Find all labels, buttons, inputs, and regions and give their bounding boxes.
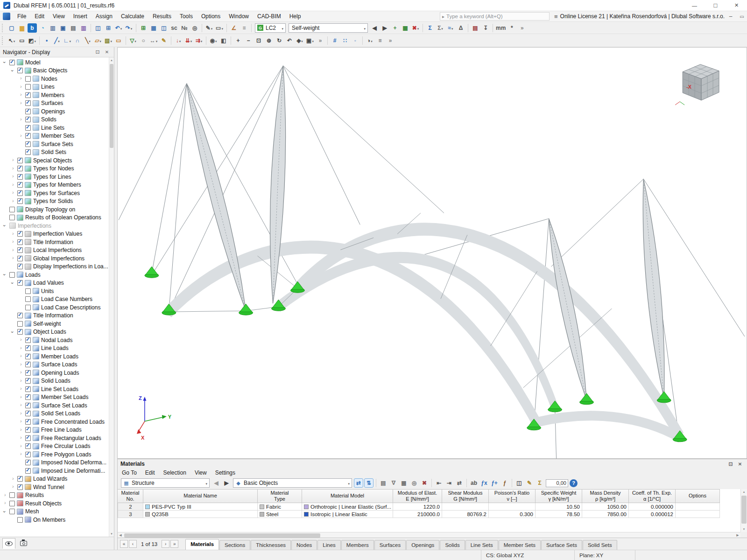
tree-item[interactable]: Free Line Loads (0, 426, 109, 434)
tree-expander-icon[interactable] (18, 402, 24, 408)
webservice-icon[interactable]: b (28, 23, 37, 33)
cell-mass-density[interactable]: 7850.00 (582, 511, 629, 518)
visibility-icon[interactable]: ◉ (209, 36, 218, 45)
import-table-icon[interactable]: ⇤ (434, 478, 444, 488)
select-pointer-icon[interactable]: ↖ (7, 36, 16, 45)
delete-results-icon[interactable]: ✖ (411, 23, 420, 33)
tree-checkbox[interactable] (25, 443, 31, 449)
tree-checkbox[interactable] (17, 182, 23, 188)
nodal-load-icon[interactable]: ↓ (174, 36, 183, 45)
printout-report-icon[interactable]: ▥ (79, 23, 88, 33)
tree-item[interactable]: Solids (0, 116, 109, 124)
table-rows-icon[interactable]: ▤ (379, 478, 388, 488)
first-table-button[interactable]: « (120, 540, 128, 548)
tree-checkbox[interactable] (25, 386, 31, 392)
tree-expander-icon[interactable] (18, 296, 24, 302)
tree-item[interactable]: Surface Set Loads (0, 401, 109, 410)
tree-item[interactable]: Title Information (0, 238, 109, 246)
sc-generator-icon[interactable]: sc (169, 23, 179, 33)
maximize-button[interactable] (705, 0, 726, 11)
tree-expander-icon[interactable] (10, 198, 16, 204)
tree-checkbox[interactable] (17, 174, 23, 180)
cell-options[interactable] (676, 511, 720, 518)
tree-item[interactable]: Solid Sets (0, 148, 109, 157)
minimize-button[interactable] (684, 0, 705, 11)
tree-item[interactable]: Title Information (0, 312, 109, 320)
cell-material-model[interactable]: Orthotropic | Linear Elastic (Surf... (302, 503, 393, 511)
draw-node-icon[interactable]: • (42, 36, 51, 45)
tree-expander-icon[interactable] (10, 239, 16, 245)
materials-menu-item[interactable]: Edit (141, 469, 159, 476)
tree-item[interactable]: Display Topology on (0, 205, 109, 214)
table-tab[interactable]: Solid Sets (583, 540, 617, 550)
tree-expander-icon[interactable] (10, 68, 16, 74)
materials-menu-item[interactable]: Go To (118, 469, 141, 476)
pan-view-icon[interactable]: ⊕ (264, 36, 274, 45)
tree-checkbox[interactable] (25, 296, 31, 302)
cell-specific-weight[interactable]: 10.50 (536, 503, 582, 511)
tree-item[interactable]: Mesh (0, 508, 109, 516)
surface-load-icon[interactable]: ⇉ (194, 36, 204, 45)
tree-item[interactable]: Free Concentrated Loads (0, 418, 109, 426)
bim-cloud-icon[interactable]: ◔ (38, 23, 47, 33)
cell-material-no[interactable]: 2 (118, 503, 143, 511)
tree-item[interactable]: Model (0, 58, 109, 67)
sync-view-icon[interactable]: ⇅ (364, 478, 374, 488)
tree-expander-icon[interactable] (18, 304, 24, 310)
export-icon[interactable]: ↧ (481, 23, 490, 33)
tree-item[interactable]: Types for Nodes (0, 165, 109, 173)
table-tab[interactable]: Sections (219, 540, 250, 550)
cell-material-type[interactable]: Fabric (258, 503, 302, 511)
table-tab[interactable]: Members (341, 540, 374, 550)
tree-item[interactable]: Self-weight (0, 320, 109, 328)
tree-checkbox[interactable] (25, 468, 31, 474)
tree-item[interactable]: Free Circular Loads (0, 442, 109, 451)
load-cases-settings-icon[interactable]: ▦ (401, 23, 410, 33)
tree-item[interactable]: Loads (0, 271, 109, 279)
tree-item[interactable]: Imposed Nodal Deforma... (0, 459, 109, 467)
tree-checkbox[interactable] (25, 84, 31, 90)
tree-checkbox[interactable] (17, 329, 23, 335)
tree-item[interactable]: Member Set Loads (0, 393, 109, 402)
tree-expander-icon[interactable] (18, 125, 24, 131)
tree-expander-icon[interactable] (18, 427, 24, 433)
tree-checkbox[interactable] (9, 272, 15, 278)
overflow-more-icon[interactable]: » (517, 23, 527, 33)
tree-item[interactable]: Types for Lines (0, 173, 109, 181)
tree-checkbox[interactable] (25, 354, 31, 359)
menu-item[interactable]: CAD-BIM (253, 11, 285, 21)
tree-checkbox[interactable] (25, 394, 31, 400)
layers-icon[interactable]: ≡ (240, 23, 249, 33)
menu-item[interactable]: Help (285, 11, 305, 21)
tree-item[interactable]: Line Loads (0, 344, 109, 353)
close-icon[interactable] (103, 49, 111, 56)
draw-opening-icon[interactable]: ▭ (114, 36, 123, 45)
tree-checkbox[interactable] (17, 476, 23, 482)
tree-checkbox[interactable] (25, 125, 31, 131)
tree-checkbox[interactable] (17, 190, 23, 196)
tree-checkbox[interactable] (25, 378, 31, 384)
fx-add-icon[interactable]: ƒ+ (490, 478, 499, 488)
tree-expander-icon[interactable] (18, 141, 24, 147)
next-table-button[interactable]: › (162, 540, 169, 548)
table-tab[interactable]: Line Sets (465, 540, 498, 550)
rendering-icon[interactable]: ◑ (365, 36, 374, 45)
cell-material-name[interactable]: Q235B (143, 511, 258, 518)
materials-menu-item[interactable]: View (190, 469, 211, 476)
tree-item[interactable]: Free Polygon Loads (0, 450, 109, 459)
tree-expander-icon[interactable] (10, 190, 16, 196)
tree-expander-icon[interactable] (18, 386, 24, 392)
cell-specific-weight[interactable]: 78.50 (536, 511, 582, 518)
open-model-icon[interactable]: ▆ (17, 23, 27, 33)
export-table-icon[interactable]: ⇥ (444, 478, 454, 488)
last-table-button[interactable]: » (170, 540, 178, 548)
zoom-out-icon[interactable]: − (244, 36, 253, 45)
tree-checkbox[interactable] (25, 345, 31, 351)
tree-expander-icon[interactable] (10, 484, 16, 490)
tree-checkbox[interactable] (17, 198, 23, 204)
next-table-icon[interactable]: ▶ (222, 478, 231, 488)
tree-expander-icon[interactable] (10, 255, 16, 261)
scrollbar-thumb[interactable] (110, 64, 113, 148)
scroll-down-icon[interactable]: ▼ (741, 526, 747, 532)
view-direction-icon[interactable]: ▣ (305, 36, 315, 45)
